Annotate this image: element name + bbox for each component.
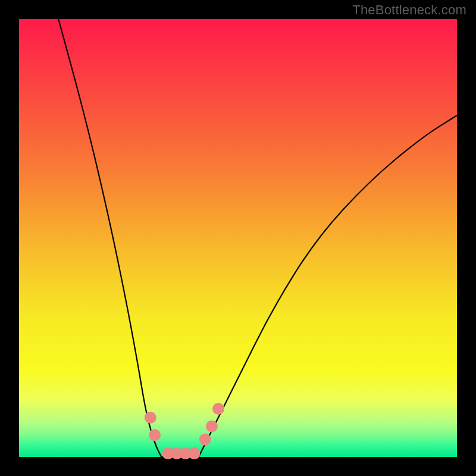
- highlight-dot: [188, 447, 200, 459]
- chart-frame: TheBottleneck.com: [0, 0, 476, 476]
- highlight-dot: [145, 412, 156, 424]
- gradient-background: [19, 19, 457, 457]
- bottleneck-chart: [0, 0, 476, 476]
- highlight-dot: [212, 403, 224, 415]
- highlight-dot: [206, 420, 218, 432]
- watermark-text: TheBottleneck.com: [352, 2, 466, 18]
- highlight-dot: [149, 429, 161, 441]
- highlight-dot: [199, 434, 211, 446]
